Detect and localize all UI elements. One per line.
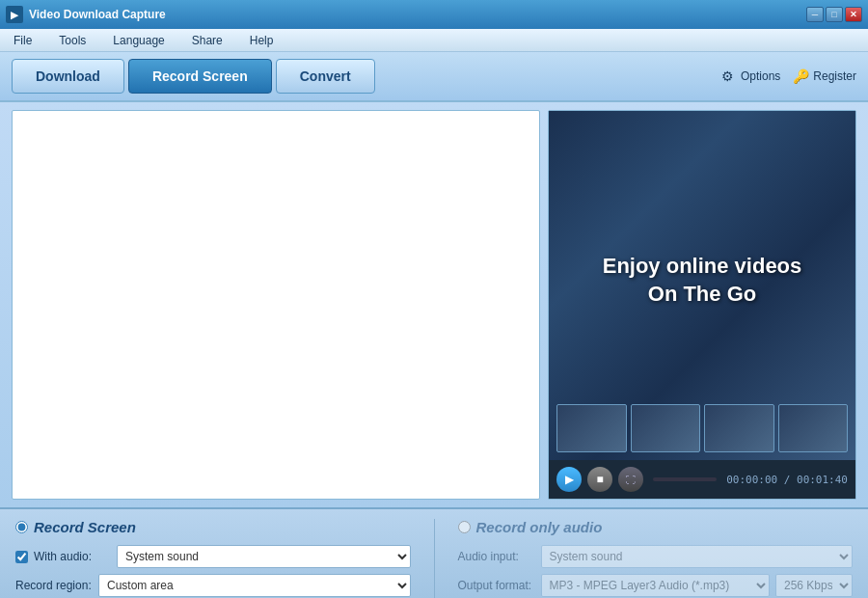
record-audio-label[interactable]: Record only audio [476, 519, 603, 535]
output-format-row: Output format: MP3 - MPEG Layer3 Audio (… [458, 574, 854, 597]
titlebar: ▶ Video Download Capture ─ □ ✕ [0, 0, 868, 29]
options-button[interactable]: ⚙ Options [719, 68, 780, 85]
record-audio-radio-row: Record only audio [458, 519, 854, 535]
record-region-row: Record region: Full screen Custom area W… [15, 574, 411, 597]
audio-input-select[interactable]: System sound [541, 545, 854, 568]
window-controls: ─ □ ✕ [806, 7, 862, 22]
progress-bar[interactable] [653, 477, 717, 481]
video-thumbnails [549, 404, 855, 452]
thumb-3 [704, 404, 774, 452]
output-format-label: Output format: [458, 579, 535, 592]
with-audio-checkbox[interactable] [15, 551, 28, 563]
output-format-select[interactable]: MP3 - MPEG Layer3 Audio (*.mp3) [541, 574, 771, 597]
expand-button[interactable]: ⛶ [618, 467, 643, 492]
record-region-label: Record region: [15, 579, 93, 592]
record-screen-label[interactable]: Record Screen [34, 519, 136, 535]
preview-panel [12, 110, 540, 500]
with-audio-label: With audio: [34, 550, 111, 563]
tab-download[interactable]: Download [12, 59, 124, 94]
bitrate-select[interactable]: 256 Kbps [775, 574, 853, 597]
toolbar-right: ⚙ Options 🔑 Register [719, 68, 856, 85]
minimize-button[interactable]: ─ [806, 7, 824, 22]
key-icon: 🔑 [792, 68, 809, 85]
main-area: Enjoy online videos On The Go ▶ ■ ⛶ 00:0… [0, 102, 868, 507]
thumb-4 [778, 404, 849, 452]
record-region-select[interactable]: Full screen Custom area Window [98, 574, 411, 597]
maximize-button[interactable]: □ [826, 7, 843, 22]
video-panel: Enjoy online videos On The Go ▶ ■ ⛶ 00:0… [548, 110, 856, 500]
time-display: 00:00:00 / 00:01:40 [726, 474, 848, 486]
stop-button[interactable]: ■ [587, 467, 612, 492]
play-button[interactable]: ▶ [556, 467, 582, 492]
options-label: Options [741, 69, 780, 83]
video-line2: On The Go [603, 280, 802, 308]
menu-tools[interactable]: Tools [53, 32, 92, 49]
video-line1: Enjoy online videos [603, 253, 802, 281]
record-screen-radio[interactable] [15, 521, 28, 533]
menu-file[interactable]: File [8, 32, 38, 49]
thumb-2 [631, 404, 701, 452]
with-audio-row: With audio: System sound [15, 545, 411, 568]
video-controls: ▶ ■ ⛶ 00:00:00 / 00:01:40 [549, 460, 855, 499]
audio-source-select[interactable]: System sound [117, 545, 411, 568]
audio-input-label: Audio input: [458, 550, 535, 563]
record-audio-radio[interactable] [458, 521, 471, 533]
audio-input-row: Audio input: System sound [458, 545, 854, 568]
record-audio-section: Record only audio Audio input: System so… [458, 519, 854, 598]
video-overlay: Enjoy online videos On The Go [603, 253, 802, 308]
settings-area: Record Screen With audio: System sound R… [0, 507, 868, 598]
toolbar: Download Record Screen Convert ⚙ Options… [0, 52, 868, 102]
register-label: Register [813, 69, 856, 83]
menu-language[interactable]: Language [107, 32, 170, 49]
record-screen-radio-row: Record Screen [15, 519, 411, 535]
gear-icon: ⚙ [719, 68, 737, 85]
menu-help[interactable]: Help [244, 32, 280, 49]
video-display: Enjoy online videos On The Go [549, 111, 855, 460]
register-button[interactable]: 🔑 Register [792, 68, 856, 85]
menubar: File Tools Language Share Help [0, 29, 868, 52]
record-screen-section: Record Screen With audio: System sound R… [15, 519, 411, 598]
thumb-1 [556, 404, 627, 452]
app-title: Video Download Capture [29, 8, 806, 21]
settings-divider [434, 519, 435, 598]
menu-share[interactable]: Share [186, 32, 229, 49]
close-button[interactable]: ✕ [845, 7, 862, 22]
app-icon: ▶ [6, 6, 23, 23]
tab-record-screen[interactable]: Record Screen [128, 59, 272, 94]
tab-convert[interactable]: Convert [276, 59, 375, 94]
